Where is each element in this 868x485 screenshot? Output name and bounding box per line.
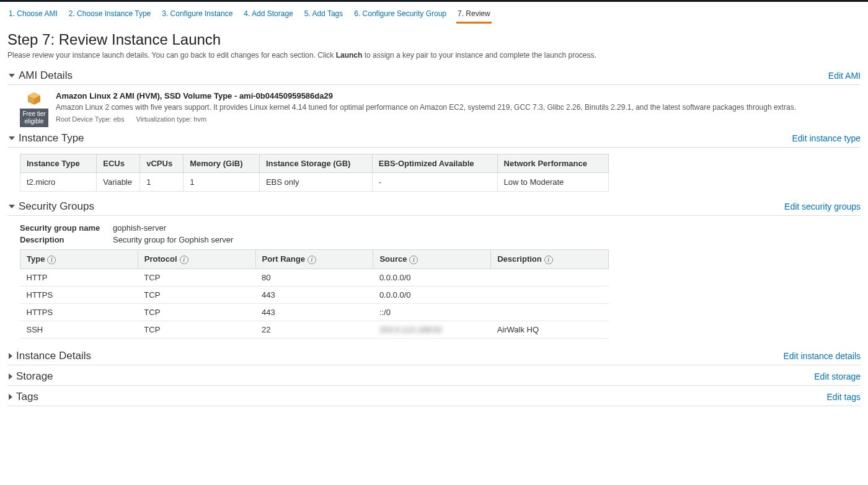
td-vcpus: 1	[140, 173, 184, 192]
edit-instance-details-link[interactable]: Edit instance details	[783, 351, 861, 361]
td-memory: 1	[184, 173, 260, 192]
th-type: Typei	[20, 250, 138, 269]
ami-description: Amazon Linux 2 comes with five years sup…	[56, 103, 861, 112]
table-row: HTTPS TCP 443 0.0.0.0/0	[20, 286, 609, 303]
th-ecus: ECUs	[97, 154, 140, 173]
page-title: Step 7: Review Instance Launch	[0, 24, 868, 51]
section-security-groups: Security Groups Edit security groups Sec…	[7, 198, 861, 339]
th-memory: Memory (GiB)	[184, 154, 260, 173]
table-row: HTTPS TCP 443 ::/0	[20, 303, 609, 321]
caret-down-icon[interactable]	[9, 74, 15, 78]
section-title-instance-details: Instance Details	[16, 350, 91, 362]
edit-ami-link[interactable]: Edit AMI	[828, 71, 861, 81]
td-storage: EBS only	[259, 173, 372, 192]
info-icon[interactable]: i	[409, 256, 418, 264]
sg-desc-label: Description	[20, 235, 113, 244]
edit-storage-link[interactable]: Edit storage	[814, 372, 861, 381]
wizard-steps: 1. Choose AMI 2. Choose Instance Type 3.…	[0, 2, 868, 24]
caret-right-icon[interactable]	[9, 373, 12, 380]
section-title-ami: AMI Details	[19, 69, 73, 82]
wizard-step-4[interactable]: 4. Add Storage	[242, 7, 294, 24]
caret-right-icon[interactable]	[9, 353, 12, 359]
section-header-security-groups: Security Groups Edit security groups	[7, 198, 861, 216]
wizard-step-1[interactable]: 1. Choose AMI	[7, 7, 59, 24]
th-port: Port Rangei	[255, 250, 373, 269]
subtitle-post: to assign a key pair to your instance an…	[362, 51, 596, 60]
table-row: HTTP TCP 80 0.0.0.0/0	[20, 269, 609, 286]
caret-right-icon[interactable]	[9, 394, 12, 400]
instance-type-table: Instance Type ECUs vCPUs Memory (GiB) In…	[20, 154, 609, 192]
security-group-rules-table: Typei Protocoli Port Rangei Sourcei Desc…	[20, 249, 609, 339]
td-ebs: -	[372, 173, 497, 192]
section-title-instance-type: Instance Type	[19, 132, 84, 145]
info-icon[interactable]: i	[544, 256, 553, 264]
th-network: Network Performance	[497, 154, 608, 173]
caret-down-icon[interactable]	[9, 136, 15, 140]
section-title-tags: Tags	[16, 391, 38, 403]
td-network: Low to Moderate	[497, 173, 608, 192]
free-tier-badge: Free tiereligible	[20, 109, 48, 127]
section-header-ami: AMI Details Edit AMI	[7, 67, 861, 85]
section-storage: Storage Edit storage	[7, 368, 861, 386]
caret-down-icon[interactable]	[9, 205, 15, 208]
section-tags: Tags Edit tags	[7, 388, 861, 406]
info-icon[interactable]: i	[180, 256, 188, 264]
edit-tags-link[interactable]: Edit tags	[827, 392, 861, 402]
sg-name-label: Security group name	[20, 223, 113, 233]
amazon-linux-icon	[25, 91, 43, 106]
th-storage: Instance Storage (GB)	[259, 154, 372, 173]
ami-meta: Root Device Type: ebs Virtualization typ…	[56, 115, 861, 123]
edit-instance-type-link[interactable]: Edit instance type	[792, 133, 861, 143]
th-source: Sourcei	[373, 250, 491, 269]
edit-security-groups-link[interactable]: Edit security groups	[784, 202, 861, 211]
info-icon[interactable]: i	[47, 256, 56, 264]
subtitle-bold: Launch	[336, 51, 363, 60]
td-instance-type: t2.micro	[20, 173, 97, 192]
section-instance-type: Instance Type Edit instance type Instanc…	[7, 130, 861, 192]
section-instance-details: Instance Details Edit instance details	[7, 347, 861, 365]
section-title-security-groups: Security Groups	[19, 200, 94, 213]
wizard-step-6[interactable]: 6. Configure Security Group	[353, 7, 448, 24]
table-row: t2.micro Variable 1 1 EBS only - Low to …	[20, 173, 609, 192]
th-protocol: Protocoli	[138, 250, 255, 269]
table-row: SSH TCP 22 203.0.113.186/32 AirWalk HQ	[20, 321, 609, 338]
sg-desc-value: Security group for Gophish server	[113, 235, 233, 244]
subtitle-pre: Please review your instance launch detai…	[7, 51, 336, 60]
th-desc: Descriptioni	[491, 250, 609, 269]
ami-root-device: Root Device Type: ebs	[56, 115, 124, 123]
info-icon[interactable]: i	[308, 256, 316, 264]
page-subtitle: Please review your instance launch detai…	[0, 51, 868, 67]
section-ami: AMI Details Edit AMI Free tiereligible A…	[7, 67, 861, 130]
wizard-step-2[interactable]: 2. Choose Instance Type	[68, 7, 153, 24]
th-ebs: EBS-Optimized Available	[372, 154, 497, 173]
sg-source-redacted: 203.0.113.186/32	[373, 321, 491, 338]
ami-title: Amazon Linux 2 AMI (HVM), SSD Volume Typ…	[56, 91, 861, 100]
th-vcpus: vCPUs	[140, 154, 184, 173]
wizard-step-3[interactable]: 3. Configure Instance	[161, 7, 234, 24]
section-header-instance-type: Instance Type Edit instance type	[7, 130, 861, 148]
td-ecus: Variable	[97, 173, 140, 192]
ami-virt-type: Virtualization type: hvm	[136, 115, 207, 123]
section-title-storage: Storage	[16, 370, 53, 383]
th-instance-type: Instance Type	[20, 154, 97, 173]
wizard-step-5[interactable]: 5. Add Tags	[303, 7, 345, 24]
sg-name-value: gophish-server	[113, 223, 166, 233]
wizard-step-7[interactable]: 7. Review	[456, 7, 492, 24]
